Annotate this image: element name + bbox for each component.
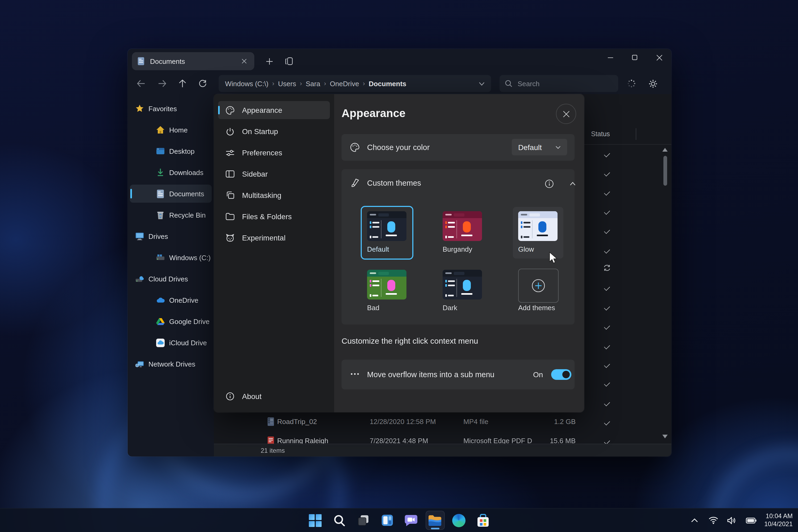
task-view-button[interactable] <box>354 511 373 530</box>
search-box[interactable] <box>499 75 618 92</box>
refresh-button[interactable] <box>195 76 211 92</box>
column-divider[interactable] <box>636 128 636 140</box>
file-type: MP4 file <box>463 418 488 425</box>
settings-gear-button[interactable] <box>645 76 661 92</box>
theme-name: Burgandy <box>443 245 472 253</box>
file-size: 1.2 GB <box>533 418 576 425</box>
task-view-icon <box>357 514 369 527</box>
widgets-button[interactable] <box>377 511 397 530</box>
files-app-icon <box>428 514 442 527</box>
scrollbar-thumb[interactable] <box>663 156 667 186</box>
file-row[interactable]: Running Raleigh 7/28/2021 4:48 PM Micros… <box>214 433 671 445</box>
breadcrumb-segment[interactable]: Sara <box>306 79 320 88</box>
tab-bar: Documents <box>128 49 671 73</box>
document-tab-icon <box>137 57 145 65</box>
theme-card-bad[interactable]: Bad <box>362 265 412 317</box>
breadcrumb[interactable]: Windows (C:\) › Users › Sara › OneDrive … <box>218 75 491 92</box>
taskbar-search-button[interactable] <box>329 511 349 530</box>
downloads-icon <box>156 168 165 177</box>
sidebar-item-label: Recycle Bin <box>169 211 206 219</box>
forward-button[interactable] <box>154 76 170 92</box>
breadcrumb-separator: › <box>300 80 302 87</box>
settings-nav-preferences[interactable]: Preferences <box>218 144 330 162</box>
settings-nav-sidebar[interactable]: Sidebar <box>218 165 330 183</box>
settings-nav-appearance[interactable]: Appearance <box>218 101 330 119</box>
start-button[interactable] <box>306 511 325 530</box>
add-theme-tile[interactable]: Add themes <box>513 265 564 317</box>
sidebar-item-windows-c[interactable]: Windows (C:) <box>130 248 212 267</box>
sidebar-item-home[interactable]: Home <box>130 121 212 139</box>
taskbar-clock[interactable]: 10:04 AM 10/4/2021 <box>764 512 793 528</box>
sidebar-item-icloud-drive[interactable]: iCloud Drive <box>130 334 212 352</box>
breadcrumb-segment[interactable]: Windows (C:\) <box>225 79 268 88</box>
cloud-drives-icon <box>135 275 144 283</box>
sidebar-item-onedrive[interactable]: OneDrive <box>130 291 212 309</box>
theme-card-glow[interactable]: Glow <box>513 207 564 259</box>
loading-spinner-icon <box>624 76 640 92</box>
sidebar-group-network-drives[interactable]: Network Drives <box>130 355 212 373</box>
file-row[interactable]: RoadTrip_02 12/28/2020 12:58 PM MP4 file… <box>214 412 671 432</box>
sidebar-item-recycle-bin[interactable]: Recycle Bin <box>130 206 212 224</box>
recycle-bin-icon <box>156 210 165 220</box>
overflow-toggle[interactable] <box>551 369 571 380</box>
sidebar-item-label: Windows (C:) <box>169 253 211 262</box>
breadcrumb-segment[interactable]: OneDrive <box>330 79 359 88</box>
sidebar-item-desktop[interactable]: Desktop <box>130 142 212 160</box>
sidebar-item-documents[interactable]: Documents <box>130 185 212 203</box>
settings-nav-on-startup[interactable]: On Startup <box>218 122 330 140</box>
breadcrumb-dropdown-icon[interactable] <box>479 82 484 86</box>
themes-collapse-button[interactable] <box>565 176 580 191</box>
settings-panel: Appearance Choose your color Default <box>334 94 584 412</box>
status-check-icon <box>603 152 611 157</box>
edge-button[interactable] <box>449 511 469 530</box>
scrollbar-up-arrow[interactable] <box>662 148 668 152</box>
video-file-icon <box>267 417 274 426</box>
toggle-state-label: On <box>533 370 543 379</box>
tab-layout-button[interactable] <box>282 54 296 68</box>
sidebar-item-label: Documents <box>169 190 204 198</box>
sidebar-group-cloud-drives[interactable]: Cloud Drives <box>130 270 212 288</box>
themes-info-button[interactable] <box>542 176 556 191</box>
tab-close-icon[interactable] <box>240 56 249 66</box>
tab-documents[interactable]: Documents <box>132 52 254 70</box>
column-header-status[interactable]: Status <box>591 130 610 138</box>
new-tab-button[interactable] <box>262 54 276 68</box>
tray-chevron-up-icon[interactable] <box>689 514 700 526</box>
battery-icon[interactable] <box>744 514 757 526</box>
color-dropdown[interactable]: Default <box>512 139 567 155</box>
breadcrumb-segment-current[interactable]: Documents <box>369 79 406 88</box>
maximize-button[interactable] <box>624 50 645 65</box>
dialog-close-button[interactable] <box>556 104 576 124</box>
volume-icon[interactable] <box>726 514 738 526</box>
theme-card-burgandy[interactable]: Burgandy <box>437 207 488 259</box>
breadcrumb-segment[interactable]: Users <box>278 79 296 88</box>
search-input[interactable] <box>517 79 604 88</box>
file-name: RoadTrip_02 <box>277 418 317 425</box>
status-check-icon <box>603 344 611 349</box>
close-button[interactable] <box>648 50 670 65</box>
star-icon <box>135 104 144 113</box>
settings-nav-multitasking[interactable]: Multitasking <box>218 186 330 204</box>
sidebar-item-downloads[interactable]: Downloads <box>130 163 212 182</box>
custom-themes-label: Custom themes <box>367 179 421 187</box>
settings-nav-files-folders[interactable]: Files & Folders <box>218 208 330 226</box>
status-check-icon <box>603 324 611 329</box>
scrollbar-down-arrow[interactable] <box>662 435 668 438</box>
store-button[interactable] <box>473 511 492 530</box>
back-button[interactable] <box>133 76 149 92</box>
overflow-setting-label: Move overflow items into a sub menu <box>367 370 494 379</box>
settings-nav-experimental[interactable]: Experimental <box>218 229 330 247</box>
sidebar-group-favorites[interactable]: Favorites <box>130 99 212 118</box>
wifi-icon[interactable] <box>707 514 719 526</box>
theme-card-default[interactable]: Default <box>362 207 412 259</box>
theme-card-dark[interactable]: Dark <box>437 265 488 317</box>
settings-nav-about[interactable]: About <box>218 387 330 405</box>
chat-button[interactable] <box>401 511 421 530</box>
palette-icon <box>226 106 234 115</box>
minimize-button[interactable] <box>600 50 621 65</box>
sidebar-item-google-drive[interactable]: Google Drive <box>130 312 212 330</box>
status-check-icon <box>603 285 611 290</box>
sidebar-group-drives[interactable]: Drives <box>130 227 212 245</box>
up-button[interactable] <box>174 76 190 92</box>
files-app-button[interactable] <box>425 511 444 530</box>
